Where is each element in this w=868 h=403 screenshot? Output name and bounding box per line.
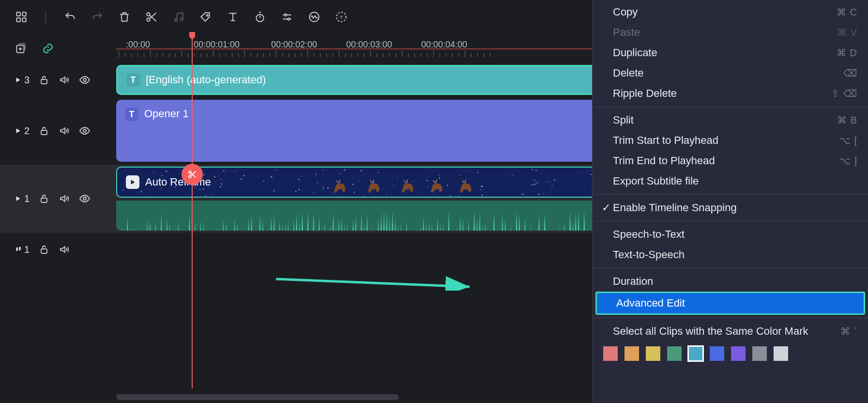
speaker-icon[interactable]: [59, 74, 70, 86]
ctx-shortcut: ⌥ ]: [839, 155, 857, 167]
ctx-item-trim-start-to-playhead[interactable]: Trim Start to Playhead⌥ [: [593, 130, 868, 151]
ctx-item-advanced-edit[interactable]: Advanced Edit: [595, 292, 865, 315]
ctx-item-enable-timeline-snapping[interactable]: ✓Enable Timeline Snapping: [593, 198, 868, 218]
ctx-item-delete[interactable]: Delete⌫: [593, 63, 868, 83]
ctx-shortcut: ⌘ V: [837, 27, 857, 38]
track-number: 1: [24, 244, 30, 255]
ruler-time-label: 00:00:01:00: [194, 40, 240, 50]
svg-point-24: [189, 175, 191, 178]
duration-icon[interactable]: T: [335, 10, 348, 24]
link-icon[interactable]: [42, 42, 54, 55]
ctx-item-duration[interactable]: Duration: [593, 271, 868, 292]
svg-rect-22: [41, 249, 47, 253]
track-number: 3: [24, 75, 30, 86]
ctx-shortcut: ⌥ [: [839, 135, 857, 146]
svg-point-10: [285, 14, 287, 16]
color-swatch[interactable]: [667, 346, 682, 361]
track-control-3: 3: [0, 63, 116, 97]
ctx-shortcut: ⌘ `: [840, 326, 857, 337]
undo-icon[interactable]: [63, 10, 77, 24]
trash-icon[interactable]: [118, 10, 131, 24]
svg-point-11: [288, 18, 289, 20]
lock-icon[interactable]: [38, 125, 50, 137]
add-track-icon[interactable]: [15, 42, 27, 55]
ctx-item-label: Paste: [613, 26, 837, 39]
redo-icon[interactable]: [91, 10, 104, 24]
speaker-icon[interactable]: [59, 193, 70, 204]
ctx-item-label: Copy: [613, 6, 837, 18]
music-note-icon[interactable]: [172, 10, 185, 24]
track-label: 2: [15, 125, 30, 137]
eye-icon[interactable]: [79, 193, 91, 204]
eye-icon[interactable]: [79, 125, 91, 137]
ctx-item-label: Speech-to-Text: [613, 228, 857, 241]
text-badge-icon: T: [125, 108, 138, 121]
lock-icon[interactable]: [38, 244, 50, 255]
timeline-scrollbar[interactable]: [116, 394, 587, 400]
color-swatch[interactable]: [731, 346, 746, 361]
lock-icon[interactable]: [38, 193, 50, 204]
lock-icon[interactable]: [38, 74, 50, 86]
color-swatch[interactable]: [646, 346, 660, 361]
svg-point-6: [175, 19, 177, 21]
svg-point-19: [83, 129, 86, 132]
ctx-item-label: Enable Timeline Snapping: [613, 202, 857, 214]
ctx-item-label: Export Subtitle file: [613, 175, 857, 187]
ctx-item-label: Trim Start to Playhead: [613, 134, 839, 147]
context-menu: Copy⌘ CPaste⌘ VDuplicate⌘ DDelete⌫Ripple…: [592, 0, 868, 403]
playhead[interactable]: [192, 34, 193, 388]
color-swatch[interactable]: [603, 346, 618, 361]
playhead-marker-icon: [188, 32, 196, 41]
svg-rect-18: [41, 130, 47, 135]
speaker-icon[interactable]: [59, 244, 70, 255]
ctx-item-copy[interactable]: Copy⌘ C: [593, 2, 868, 22]
color-swatch[interactable]: [774, 346, 788, 361]
sliders-icon[interactable]: [280, 10, 294, 24]
track-control-2: 2: [0, 97, 116, 165]
ctx-item-duplicate[interactable]: Duplicate⌘ D: [593, 43, 868, 63]
svg-rect-16: [41, 79, 47, 84]
ruler-time-label: 00:00:02:00: [271, 40, 317, 50]
track-number: 2: [24, 125, 30, 137]
ctx-item-text-to-speech[interactable]: Text-to-Speech: [593, 245, 868, 265]
playhead-scissors-icon[interactable]: [182, 164, 203, 185]
svg-point-4: [147, 13, 150, 16]
text-badge-icon: T: [126, 73, 140, 87]
color-swatch[interactable]: [688, 346, 703, 361]
ctx-item-paste[interactable]: Paste⌘ V: [593, 22, 868, 43]
ctx-item-ripple-delete[interactable]: Ripple Delete⇧ ⌫: [593, 83, 868, 104]
ctx-item-split[interactable]: Split⌘ B: [593, 110, 868, 130]
tag-icon[interactable]: [199, 10, 213, 24]
stopwatch-icon[interactable]: [253, 10, 267, 24]
ruler-time-label: :00:00: [126, 40, 150, 50]
ctx-item-label: Text-to-Speech: [613, 248, 857, 261]
clip-label: Opener 1: [144, 108, 189, 120]
play-badge-icon: [126, 175, 139, 189]
ctx-item-speech-to-text[interactable]: Speech-to-Text: [593, 224, 868, 245]
text-icon[interactable]: [226, 10, 240, 24]
color-swatch[interactable]: [710, 346, 724, 361]
ctx-item-export-subtitle-file[interactable]: Export Subtitle file: [593, 171, 868, 191]
ctx-item-label: Duplicate: [613, 46, 837, 59]
ctx-item-label: Advanced Edit: [616, 297, 856, 310]
ctx-item-trim-end-to-playhead[interactable]: Trim End to Playhead⌥ ]: [593, 151, 868, 171]
ruler-time-label: 00:00:03:00: [346, 40, 392, 50]
eye-icon[interactable]: [79, 74, 91, 86]
svg-point-17: [83, 78, 86, 81]
color-swatch[interactable]: [624, 346, 639, 361]
track-label: 3: [15, 75, 30, 86]
ctx-shortcut: ⌘ B: [837, 114, 857, 126]
layout-icon[interactable]: [15, 10, 28, 24]
svg-text:T: T: [340, 15, 343, 20]
audio-wave-icon[interactable]: [307, 10, 321, 24]
scrollbar-thumb[interactable]: [116, 394, 399, 400]
svg-point-7: [181, 18, 183, 20]
scissors-icon[interactable]: [145, 10, 158, 24]
ctx-shortcut: ⌘ D: [837, 47, 857, 59]
track-control-1-video: 1: [0, 165, 116, 232]
color-swatch[interactable]: [752, 346, 767, 361]
svg-point-5: [147, 18, 150, 21]
ctx-item-select-all-clips-with-the-same-color-mark[interactable]: Select all Clips with the Same Color Mar…: [593, 321, 868, 341]
svg-rect-1: [22, 12, 27, 16]
speaker-icon[interactable]: [59, 125, 70, 137]
